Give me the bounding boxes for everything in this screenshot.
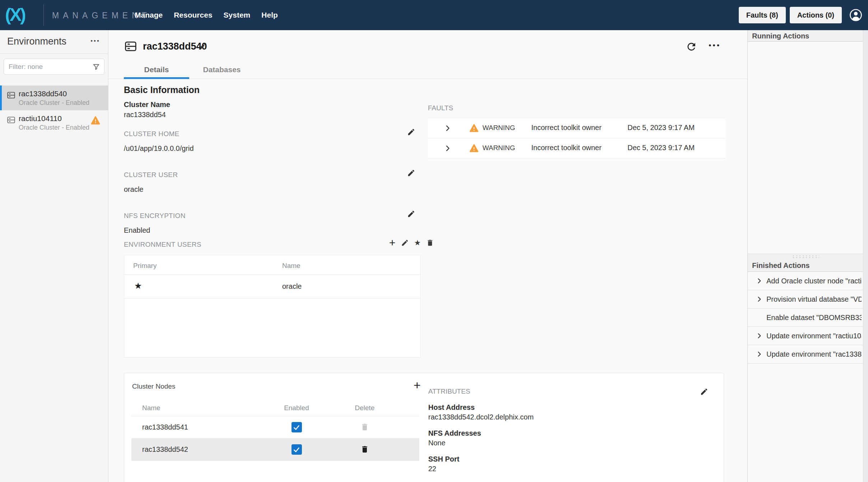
top-navbar: (X) MANAGEMENT Manage Resources System H… xyxy=(0,0,868,30)
cluster-user-value: oracle xyxy=(124,185,143,194)
list-item[interactable]: Add Oracle cluster node "ractiu104... xyxy=(748,272,863,290)
add-user-plus-icon[interactable]: + xyxy=(389,238,396,247)
list-item[interactable]: Enable dataset "DBOMSRB331B3". xyxy=(748,309,863,327)
list-item[interactable]: Update environment "rac1338dd54... xyxy=(748,345,863,363)
edit-cluster-home-pencil-icon[interactable] xyxy=(407,128,415,136)
delete-node-trash-icon xyxy=(360,423,369,431)
users-col-primary: Primary xyxy=(133,262,157,270)
fault-severity: WARNING xyxy=(482,124,515,132)
environment-users-actions: + ★ xyxy=(389,238,434,247)
expand-chevron-icon[interactable] xyxy=(444,124,452,132)
user-avatar-icon[interactable] xyxy=(849,8,863,22)
drag-grip-icon[interactable] xyxy=(792,255,819,259)
delphix-logo-icon: (X) xyxy=(5,4,25,25)
delete-user-trash-icon[interactable] xyxy=(426,239,434,247)
action-label: Update environment "ractiu104110". xyxy=(766,332,862,340)
fault-severity: WARNING xyxy=(482,144,515,152)
sidebar-menu-icon[interactable]: ••• xyxy=(90,37,100,45)
navbar-menu: Manage Resources System Help xyxy=(135,0,278,30)
nfs-encryption-label: NFS ENCRYPTION xyxy=(124,212,186,220)
set-primary-star-icon[interactable]: ★ xyxy=(414,238,421,247)
tab-databases[interactable]: Databases xyxy=(189,62,255,79)
list-item[interactable]: Provision virtual database "VDBO_... xyxy=(748,290,863,309)
edit-cluster-user-pencil-icon[interactable] xyxy=(407,169,415,177)
sidebar-header: Environments ••• xyxy=(0,30,108,54)
navbar-right: Faults (8) Actions (0) xyxy=(739,0,863,30)
finished-actions-list: Add Oracle cluster node "ractiu104... Pr… xyxy=(748,272,863,363)
environment-subtitle: Oracle Cluster - Enabled xyxy=(19,124,108,131)
expand-chevron-icon[interactable] xyxy=(756,277,763,284)
attribute-label: NFS Addresses xyxy=(428,429,712,437)
fault-date: Dec 5, 2023 9:17 AM xyxy=(627,144,695,152)
filter-box xyxy=(4,59,104,75)
environment-name: rac1338dd540 xyxy=(19,89,108,98)
actions-panel: Running Actions Finished Actions Add Ora… xyxy=(747,30,863,482)
panel-resize-bar[interactable] xyxy=(748,254,863,259)
filter-input[interactable] xyxy=(4,59,104,74)
expand-chevron-icon[interactable] xyxy=(756,332,763,339)
delete-node-trash-icon[interactable] xyxy=(360,445,369,454)
sidebar-item-rac1338dd540[interactable]: rac1338dd540 Oracle Cluster - Enabled xyxy=(0,85,108,110)
sidebar-item-ractiu104110[interactable]: ractiu104110 Oracle Cluster - Enabled xyxy=(0,110,108,135)
fault-date: Dec 5, 2023 9:17 AM xyxy=(627,124,695,132)
expand-chevron-icon[interactable] xyxy=(756,351,763,358)
cluster-nodes-card: Cluster Nodes + Name Enabled Delete rac1… xyxy=(124,373,724,482)
cluster-name-value: rac1338dd54 xyxy=(124,111,166,119)
environment-subtitle: Oracle Cluster - Enabled xyxy=(19,99,108,107)
running-actions-header: Running Actions xyxy=(748,30,863,42)
cluster-nodes-label: Cluster Nodes xyxy=(132,383,175,390)
navbar-divider xyxy=(43,4,44,26)
node-name: rac1338dd541 xyxy=(142,423,188,431)
node-name: rac1338dd542 xyxy=(142,445,188,454)
list-item[interactable]: Update environment "ractiu104110". xyxy=(748,327,863,345)
fault-row[interactable]: WARNING Incorrect toolkit owner Dec 5, 2… xyxy=(428,138,725,158)
scrollbar[interactable] xyxy=(863,30,868,482)
nodes-col-delete: Delete xyxy=(343,404,386,412)
basic-information-heading: Basic Information xyxy=(124,85,200,95)
table-row[interactable]: rac1338dd541 xyxy=(131,416,419,439)
faults-button[interactable]: Faults (8) xyxy=(739,7,786,23)
more-options-icon[interactable]: ••• xyxy=(709,41,721,50)
nav-item-resources[interactable]: Resources xyxy=(174,11,212,19)
fault-row[interactable]: WARNING Incorrect toolkit owner Dec 5, 2… xyxy=(428,118,725,138)
nodes-col-name: Name xyxy=(142,404,160,412)
attribute-label: SSH Port xyxy=(428,455,712,463)
sidebar-title: Environments xyxy=(7,36,66,47)
table-row[interactable]: rac1338dd542 xyxy=(131,439,419,461)
nfs-encryption-value: Enabled xyxy=(124,226,150,235)
actions-button[interactable]: Actions (0) xyxy=(790,7,842,23)
table-row[interactable]: ★ oracle xyxy=(124,275,420,298)
cluster-home-label: CLUSTER HOME xyxy=(124,130,179,138)
attribute-value: None xyxy=(428,439,712,447)
action-label: Enable dataset "DBOMSRB331B3". xyxy=(766,314,862,322)
nav-item-system[interactable]: System xyxy=(224,11,251,19)
attribute-field: SSH Port 22 xyxy=(428,455,712,473)
tab-details[interactable]: Details xyxy=(124,62,189,79)
edit-attributes-pencil-icon[interactable] xyxy=(700,388,708,396)
edit-user-pencil-icon[interactable] xyxy=(401,239,409,247)
warning-icon xyxy=(470,144,479,153)
refresh-icon[interactable] xyxy=(686,41,697,52)
cluster-user-label: CLUSTER USER xyxy=(124,171,178,179)
expand-chevron-icon[interactable] xyxy=(756,296,763,303)
edit-title-pencil-icon[interactable] xyxy=(198,42,207,51)
warning-icon xyxy=(470,124,479,133)
faults-label: FAULTS xyxy=(428,104,453,112)
action-label: Update environment "rac1338dd54... xyxy=(766,350,862,358)
attribute-field: Host Address rac1338dd542.dcol2.delphix.… xyxy=(428,403,712,421)
environments-sidebar: Environments ••• rac1338dd540 Oracle Clu… xyxy=(0,30,108,482)
page-title: rac1338dd540 xyxy=(143,41,207,52)
enabled-checkbox[interactable] xyxy=(291,422,302,432)
fault-title: Incorrect toolkit owner xyxy=(531,144,602,152)
nav-item-help[interactable]: Help xyxy=(261,11,278,19)
filter-funnel-icon[interactable] xyxy=(92,63,100,71)
expand-chevron-icon[interactable] xyxy=(444,144,452,152)
running-actions-empty xyxy=(748,42,863,254)
enabled-checkbox[interactable] xyxy=(291,444,302,455)
edit-nfs-encryption-pencil-icon[interactable] xyxy=(407,210,415,218)
attribute-value: 22 xyxy=(428,465,712,473)
nav-item-manage[interactable]: Manage xyxy=(135,11,163,19)
fault-title: Incorrect toolkit owner xyxy=(531,124,602,132)
action-label: Provision virtual database "VDBO_... xyxy=(766,295,862,303)
add-node-plus-icon[interactable]: + xyxy=(414,378,421,392)
